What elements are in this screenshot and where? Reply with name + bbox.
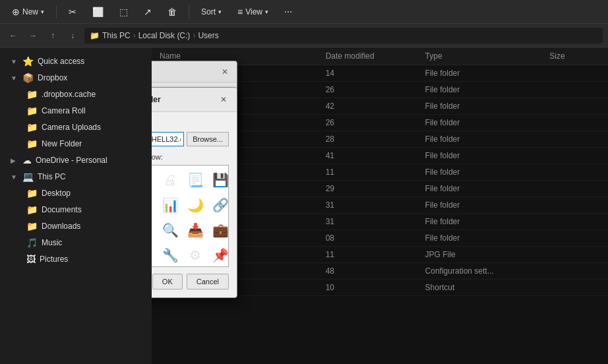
sidebar-item-label-new-folder: New Folder [42, 139, 82, 148]
onedrive-icon: ☁ [22, 155, 32, 166]
change-icon-title: Change Icon for Mr M Folder [152, 95, 161, 104]
dropbox-icon: 📦 [22, 73, 34, 83]
icon-cell[interactable]: ⚙ [183, 243, 207, 267]
address-bar: ← → ↑ ↓ 📁 This PC › Local Disk (C:) › Us… [0, 24, 608, 47]
sidebar-item-label-desktop: Desktop [42, 189, 71, 198]
music-icon: 🎵 [26, 237, 38, 248]
icon-cell[interactable]: 💾 [208, 168, 229, 192]
documents-icon: 📁 [26, 204, 38, 215]
sidebar-item-camera-uploads[interactable]: 📁 Camera Uploads [3, 119, 149, 135]
back-button[interactable]: ← [5, 28, 21, 44]
icon-cell[interactable]: 📥 [183, 218, 207, 242]
onedrive-expand-icon: ▶ [11, 157, 18, 164]
more-button[interactable]: ⋯ [278, 5, 299, 19]
sidebar-item-new-folder[interactable]: 📁 New Folder [3, 136, 149, 152]
sidebar-item-dropbox-cache[interactable]: 📁 .dropbox.cache [3, 86, 149, 102]
content-area: Name Date modified Type Size 14 File f [152, 47, 608, 364]
copy-icon: ⬜ [92, 7, 104, 17]
view-button[interactable]: ≡ View ▾ [231, 4, 275, 20]
folder-icon: 📁 [90, 31, 100, 40]
cut-button[interactable]: ✂ [62, 4, 83, 20]
look-for-label: Look for icons in this file: [152, 120, 229, 128]
change-icon-dialog: Change Icon for Mr M Folder ✕ Look for i… [152, 87, 237, 298]
sidebar-item-pictures[interactable]: 🖼 Pictures [3, 251, 149, 267]
share-button[interactable]: ↗ [137, 4, 158, 20]
ok-button[interactable]: OK [152, 274, 183, 289]
pictures-icon: 🖼 [26, 254, 36, 264]
icon-cell[interactable]: 🖥 [152, 193, 157, 217]
sidebar-item-label-camera-uploads: Camera Uploads [42, 123, 101, 132]
icon-cell[interactable]: 📌 [208, 243, 229, 267]
path-thispc[interactable]: This PC [102, 31, 131, 40]
new-icon: ⊕ [12, 7, 20, 17]
icon-cell[interactable]: 📃 [183, 168, 207, 192]
sidebar-item-label-camera-roll: Camera Roll [42, 106, 86, 115]
change-icon-body: Look for icons in this file: Browse... S… [152, 112, 237, 297]
icon-cell[interactable]: 🔍 [158, 218, 182, 242]
icon-cell[interactable]: 💼 [208, 218, 229, 242]
icon-cell[interactable]: 🔧 [158, 243, 182, 267]
sort-dropdown-icon: ▾ [218, 9, 222, 15]
sidebar-item-quick-access[interactable]: ▼ ⭐ Quick access [3, 53, 149, 69]
icon-cell[interactable]: 🔗 [208, 193, 229, 217]
icon-cell[interactable]: 📁 [152, 218, 157, 242]
sidebar-item-label-documents: Documents [42, 205, 82, 214]
new-dropdown-icon: ▾ [41, 9, 44, 15]
paste-icon: ⬚ [119, 7, 128, 17]
icon-cell[interactable]: 🌙 [183, 193, 207, 217]
address-path[interactable]: 📁 This PC › Local Disk (C:) › Users [84, 28, 603, 44]
change-icon-close-button[interactable]: ✕ [217, 93, 230, 106]
icon-cell[interactable]: ⏸ [152, 243, 157, 267]
sidebar-item-label-downloads: Downloads [42, 222, 80, 231]
main-layout: ▼ ⭐ Quick access ▼ 📦 Dropbox 📁 .dropbox.… [0, 47, 608, 364]
sidebar-item-documents[interactable]: 📁 Documents [3, 202, 149, 218]
paste-button[interactable]: ⬚ [113, 4, 135, 20]
desktop-icon: 📁 [26, 188, 38, 198]
camera-roll-icon: 📁 [26, 106, 38, 116]
forward-button[interactable]: → [25, 28, 41, 44]
path-users[interactable]: Users [198, 31, 218, 40]
more-icon: ⋯ [284, 7, 292, 16]
sidebar-item-camera-roll[interactable]: 📁 Camera Roll [3, 103, 149, 119]
icon-grid: 📄📁🖥🗂🖨📃💾📂🖨📠🌐🖥📊🌙🔗📋🖨❌🗺📁🔍📥💼📁📺🔎❓⏸🔧⚙📌🔒 [152, 166, 228, 267]
sort-button[interactable]: Sort ▾ [195, 5, 228, 19]
dropbox-expand-icon: ▼ [11, 75, 18, 82]
up-button[interactable]: ↑ [45, 28, 61, 44]
toolbar: ⊕ New ▾ ✂ ⬜ ⬚ ↗ 🗑 Sort ▾ ≡ View ▾ ⋯ [0, 0, 608, 24]
new-folder-icon: 📁 [26, 138, 38, 149]
icon-cell[interactable]: 🗂 [152, 168, 157, 192]
path-localdisk[interactable]: Local Disk (C:) [138, 31, 191, 40]
downloads-icon: 📁 [26, 221, 38, 231]
expand-icon: ▼ [11, 58, 18, 65]
file-path-input[interactable] [152, 132, 184, 146]
sidebar-item-onedrive[interactable]: ▶ ☁ OneDrive - Personal [3, 152, 149, 168]
icon-cell[interactable]: 🖨 [158, 168, 182, 192]
copy-button[interactable]: ⬜ [86, 4, 110, 20]
sidebar-item-label-onedrive: OneDrive - Personal [36, 156, 107, 165]
icon-grid-container[interactable]: 📄📁🖥🗂🖨📃💾📂🖨📠🌐🖥📊🌙🔗📋🖨❌🗺📁🔍📥💼📁📺🔎❓⏸🔧⚙📌🔒 [152, 165, 229, 267]
sidebar-item-this-pc[interactable]: ▼ 💻 This PC [3, 169, 149, 185]
sidebar-item-label-pictures: Pictures [40, 255, 68, 264]
refresh-button[interactable]: ↓ [65, 28, 80, 44]
new-button[interactable]: ⊕ New ▾ [5, 4, 51, 20]
browse-button[interactable]: Browse... [187, 132, 229, 146]
delete-button[interactable]: 🗑 [161, 4, 183, 20]
view-label: View [245, 7, 262, 16]
change-icon-footer: Restore Defaults OK Cancel [152, 274, 229, 289]
icon-cell[interactable]: 📊 [158, 193, 182, 217]
sidebar-item-dropbox[interactable]: ▼ 📦 Dropbox [3, 70, 149, 86]
cancel-button[interactable]: Cancel [187, 274, 229, 289]
quick-access-icon: ⭐ [22, 56, 34, 67]
properties-close-button[interactable]: ✕ [218, 65, 231, 78]
cut-icon: ✂ [69, 7, 76, 17]
thispc-icon: 💻 [22, 171, 34, 182]
sidebar-item-music[interactable]: 🎵 Music [3, 235, 149, 251]
sidebar-item-label-music: Music [42, 238, 62, 247]
camera-uploads-icon: 📁 [26, 122, 38, 133]
sidebar-item-downloads[interactable]: 📁 Downloads [3, 218, 149, 234]
delete-icon: 🗑 [167, 7, 177, 17]
file-path-row: Browse... [152, 132, 229, 146]
path-sep-2: › [193, 31, 195, 40]
sidebar-item-desktop[interactable]: 📁 Desktop [3, 185, 149, 201]
sidebar-item-label-dropbox-cache: .dropbox.cache [42, 90, 96, 99]
